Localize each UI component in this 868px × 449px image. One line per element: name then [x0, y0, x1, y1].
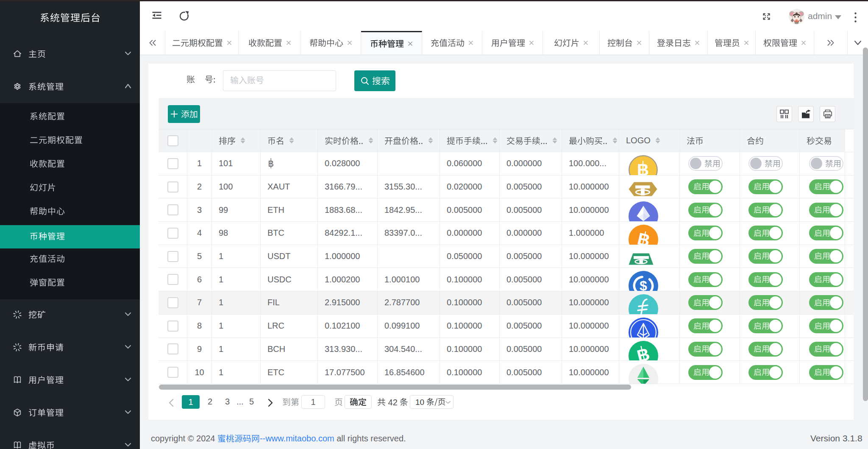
svg-text:$: $: [640, 278, 647, 291]
